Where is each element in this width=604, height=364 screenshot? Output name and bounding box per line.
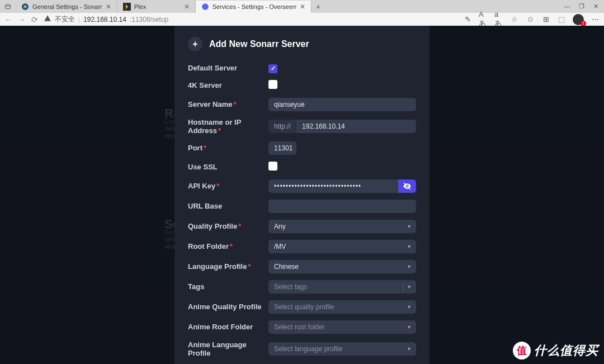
favorites-bar-icon[interactable]: ✩ — [526, 15, 535, 24]
tab-actions-button[interactable] — [2, 1, 13, 12]
url-base-input[interactable] — [268, 200, 416, 213]
anime-quality-label: Anime Quality Profile — [188, 302, 268, 311]
close-button[interactable]: ✕ — [593, 3, 598, 10]
add-sonarr-modal: + Add New Sonarr Server Default Server 4… — [174, 26, 430, 364]
toolbar-right: ✎ Aあ aあ ☆ ✩ ⊞ ⬚ 1 ⋯ — [463, 14, 600, 25]
default-server-checkbox[interactable] — [268, 64, 277, 73]
address-bar-row: ← → ⟳ 不安全 | 192.168.10.14:11308/setup ✎ … — [0, 13, 604, 26]
tab-plex[interactable]: Plex ✕ — [117, 1, 196, 13]
plus-icon: + — [188, 37, 202, 51]
svg-point-3 — [23, 5, 27, 8]
tab-title: Plex — [134, 3, 146, 10]
insecure-icon — [44, 15, 51, 24]
wand-icon[interactable]: ✎ — [463, 15, 472, 24]
overseerr-favicon — [201, 3, 209, 11]
modal-title: Add New Sonarr Server — [209, 39, 309, 49]
svg-rect-0 — [6, 4, 11, 8]
plex-favicon — [123, 3, 131, 11]
watermark: 值 什么值得买 — [513, 342, 598, 360]
language-profile-select[interactable]: Chinese ▾ — [268, 260, 416, 273]
root-folder-select[interactable]: /MV ▾ — [268, 240, 416, 253]
profile-avatar[interactable]: 1 — [573, 14, 584, 25]
chevron-down-icon: ▾ — [408, 263, 410, 270]
tab-overseerr[interactable]: Services - Settings - Overseerr ✕ — [196, 1, 312, 13]
browser-chrome: General Settings - Sonarr ✕ Plex ✕ Servi… — [0, 0, 604, 26]
sonarr-favicon — [21, 3, 29, 11]
anime-root-select[interactable]: Select root folder ▾ — [268, 320, 416, 334]
window-controls: — ❐ ✕ — [564, 3, 604, 10]
svg-point-5 — [202, 3, 209, 10]
use-ssl-label: Use SSL — [188, 163, 268, 171]
chevron-down-icon: ▾ — [408, 283, 410, 290]
chevron-down-icon: ▾ — [408, 304, 410, 310]
anime-quality-select[interactable]: Select quality profile ▾ — [268, 300, 416, 314]
back-button[interactable]: ← — [4, 15, 12, 24]
server-name-input[interactable]: qianseyue — [268, 98, 416, 111]
4k-server-checkbox[interactable] — [268, 80, 277, 89]
close-icon[interactable]: ✕ — [300, 3, 305, 11]
close-icon[interactable]: ✕ — [106, 3, 111, 11]
minimize-button[interactable]: — — [564, 3, 570, 10]
insecure-label: 不安全 — [55, 15, 75, 24]
anime-language-select[interactable]: Select language profile ▾ — [268, 342, 416, 356]
modal-header: + Add New Sonarr Server — [188, 37, 416, 51]
chevron-down-icon: ▾ — [408, 324, 410, 330]
menu-button[interactable]: ⋯ — [591, 15, 600, 24]
chevron-down-icon: ▾ — [408, 223, 410, 229]
tab-sonarr[interactable]: General Settings - Sonarr ✕ — [16, 1, 117, 13]
port-label: Port* — [188, 144, 268, 152]
api-key-input[interactable]: •••••••••••••••••••••••••••••• — [268, 179, 398, 193]
anime-language-label: Anime Language Profile — [188, 341, 268, 357]
port-input[interactable]: 11301 — [268, 141, 296, 155]
eye-off-icon — [403, 182, 412, 191]
modal-scroll-container[interactable]: + Add New Sonarr Server Default Server 4… — [174, 26, 430, 364]
extensions-icon[interactable]: ⬚ — [557, 15, 566, 24]
chevron-down-icon: ▾ — [408, 243, 410, 249]
chevron-down-icon: ▾ — [408, 346, 410, 352]
hostname-protocol-prefix: http:// — [268, 120, 296, 133]
url-path: :11308/setup — [130, 16, 168, 23]
tags-label: Tags — [188, 282, 268, 291]
hostname-input[interactable]: 192.168.10.14 — [296, 120, 416, 133]
tab-title: General Settings - Sonarr — [32, 3, 102, 10]
forward-button[interactable]: → — [18, 15, 26, 24]
use-ssl-checkbox[interactable] — [268, 162, 277, 171]
api-key-label: API Key* — [188, 182, 268, 190]
favorite-icon[interactable]: ☆ — [510, 15, 519, 24]
url-host: 192.168.10.14 — [83, 16, 126, 23]
maximize-button[interactable]: ❐ — [579, 3, 584, 10]
quality-profile-select[interactable]: Any ▾ — [268, 220, 416, 233]
new-tab-button[interactable]: + — [312, 2, 325, 11]
root-folder-label: Root Folder* — [188, 242, 268, 250]
reader-icon[interactable]: aあ — [494, 15, 503, 24]
toggle-api-visibility-button[interactable] — [398, 179, 416, 193]
tabs-row: General Settings - Sonarr ✕ Plex ✕ Servi… — [0, 0, 604, 13]
close-icon[interactable]: ✕ — [184, 3, 190, 11]
quality-profile-label: Quality Profile* — [188, 222, 268, 230]
server-name-label: Server Name* — [188, 100, 268, 108]
tags-select[interactable]: Select tags ▾ — [268, 280, 416, 294]
hostname-label: Hostname or IP Address* — [188, 118, 268, 135]
url-base-label: URL Base — [188, 202, 268, 210]
avatar-badge: 1 — [581, 21, 586, 26]
url-bar[interactable]: 不安全 | 192.168.10.14:11308/setup — [44, 15, 168, 24]
watermark-text: 什么值得买 — [534, 342, 598, 359]
4k-server-label: 4K Server — [188, 81, 268, 89]
app-area: Ra Con defa app So Con defa app p + Add … — [0, 26, 604, 364]
default-server-label: Default Server — [188, 64, 268, 72]
tab-title: Services - Settings - Overseerr — [213, 3, 296, 10]
text-size-icon[interactable]: Aあ — [479, 15, 488, 24]
collections-icon[interactable]: ⊞ — [541, 15, 550, 24]
watermark-logo: 值 — [513, 342, 531, 360]
language-profile-label: Language Profile* — [188, 262, 268, 271]
refresh-button[interactable]: ⟳ — [31, 15, 38, 24]
anime-root-label: Anime Root Folder — [188, 323, 268, 331]
